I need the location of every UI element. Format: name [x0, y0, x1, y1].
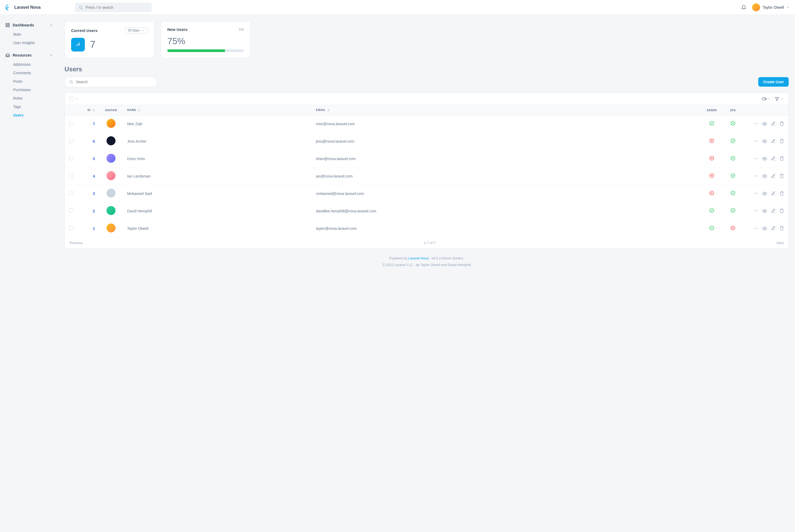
card-stat: 15k [238, 27, 244, 32]
delete-button[interactable] [779, 174, 784, 179]
view-button[interactable] [762, 121, 767, 127]
filter-button[interactable] [775, 96, 784, 101]
card-new-users: New Users 15k 75% [161, 21, 251, 58]
nav-group-dashboards[interactable]: Dashboards [4, 20, 54, 30]
view-button[interactable] [762, 174, 767, 179]
resource-search[interactable] [64, 77, 157, 87]
edit-button[interactable] [771, 174, 776, 179]
row-actions [748, 191, 784, 196]
footer-link[interactable]: Laravel Nova [408, 256, 429, 260]
top-header: Laravel Nova Taylor Otwell [0, 0, 795, 15]
sidebar-item[interactable]: Purchases [12, 86, 54, 94]
svg-point-42 [764, 210, 765, 212]
nav-group-resources[interactable]: Resources [4, 50, 54, 60]
row-id-link[interactable]: 4 [93, 174, 95, 178]
select-all-checkbox[interactable] [70, 97, 74, 101]
grid-icon [5, 23, 10, 27]
row-checkbox[interactable] [69, 174, 73, 178]
row-checkbox[interactable] [69, 191, 73, 195]
row-email: dries@nova.laravel.com [312, 150, 701, 168]
svg-point-41 [757, 210, 758, 211]
more-actions-button[interactable] [754, 156, 758, 162]
row-2fa-status [722, 150, 743, 168]
row-avatar [107, 154, 115, 163]
global-search-input[interactable] [86, 5, 148, 10]
chevron-down-icon[interactable] [75, 97, 78, 100]
row-admin-status [701, 133, 722, 150]
view-button[interactable] [762, 156, 767, 162]
more-actions-button[interactable] [754, 226, 758, 231]
card-current-users: Current Users 30 Days 7 [64, 21, 154, 58]
row-id-link[interactable]: 6 [93, 139, 95, 144]
resource-search-input[interactable] [76, 80, 152, 84]
row-id-link[interactable]: 5 [93, 157, 95, 161]
edit-button[interactable] [771, 121, 776, 127]
view-button[interactable] [762, 191, 767, 196]
delete-button[interactable] [779, 121, 784, 127]
sidebar-item[interactable]: Addresses [12, 60, 54, 69]
more-actions-button[interactable] [754, 139, 758, 144]
view-options-button[interactable] [762, 96, 771, 101]
svg-rect-6 [762, 98, 765, 100]
svg-point-30 [764, 175, 765, 177]
row-admin-status [701, 185, 722, 202]
view-button[interactable] [762, 139, 767, 144]
create-user-button[interactable]: Create User [758, 77, 789, 87]
notifications-icon[interactable] [741, 5, 746, 10]
col-id[interactable]: ID [78, 105, 99, 115]
page-footer: Powered by Laravel Nova · v4.0.3 (Silver… [64, 249, 789, 274]
sidebar-item[interactable]: Users [12, 111, 54, 119]
user-name: Taylor Otwell [763, 5, 784, 10]
page-title: Users [64, 65, 789, 73]
row-name: Mior Zaki [123, 115, 312, 133]
row-name: Mohamed Said [123, 185, 312, 202]
delete-button[interactable] [779, 226, 784, 231]
col-2fa: 2FA [722, 105, 743, 115]
row-checkbox[interactable] [69, 208, 73, 213]
more-actions-button[interactable] [754, 121, 758, 127]
sidebar-item[interactable]: Posts [12, 77, 54, 86]
view-button[interactable] [762, 208, 767, 214]
row-id-link[interactable]: 3 [93, 191, 95, 196]
row-id-link[interactable]: 7 [93, 122, 95, 126]
more-actions-button[interactable] [754, 191, 758, 196]
stat-percent: 75% [167, 36, 244, 46]
more-actions-button[interactable] [754, 174, 758, 179]
brand-logo[interactable]: Laravel Nova [5, 4, 41, 11]
pagination-next[interactable]: Next [776, 241, 784, 245]
row-checkbox[interactable] [69, 121, 73, 126]
svg-point-35 [757, 193, 758, 194]
sidebar-item[interactable]: User Insights [12, 39, 54, 47]
more-actions-button[interactable] [754, 208, 758, 214]
row-checkbox[interactable] [69, 156, 73, 160]
delete-button[interactable] [779, 139, 784, 144]
sidebar-item[interactable]: Tags [12, 102, 54, 111]
edit-button[interactable] [771, 191, 776, 196]
sidebar-item[interactable]: Roles [12, 94, 54, 102]
global-search[interactable] [75, 3, 152, 12]
row-checkbox[interactable] [69, 139, 73, 143]
edit-button[interactable] [771, 139, 776, 144]
svg-point-12 [764, 123, 765, 125]
chevron-down-icon [780, 97, 784, 100]
delete-button[interactable] [779, 156, 784, 162]
row-email: davidlee.hemphill@nova.laravel.com [312, 202, 701, 220]
range-select[interactable]: 30 Days [125, 27, 148, 34]
sidebar-item[interactable]: Main [12, 30, 54, 39]
svg-point-39 [754, 210, 755, 211]
user-menu[interactable]: Taylor Otwell [752, 3, 790, 11]
delete-button[interactable] [779, 191, 784, 196]
edit-button[interactable] [771, 156, 776, 162]
view-button[interactable] [762, 226, 767, 231]
row-checkbox[interactable] [69, 226, 73, 230]
svg-point-45 [754, 228, 755, 228]
edit-button[interactable] [771, 226, 776, 231]
row-id-link[interactable]: 1 [93, 226, 95, 231]
pagination-prev[interactable]: Previous [70, 241, 83, 245]
edit-button[interactable] [771, 208, 776, 214]
row-id-link[interactable]: 2 [93, 209, 95, 213]
delete-button[interactable] [779, 208, 784, 214]
col-name[interactable]: NAME [123, 105, 312, 115]
col-email[interactable]: EMAIL [312, 105, 701, 115]
sidebar-item[interactable]: Comments [12, 69, 54, 77]
